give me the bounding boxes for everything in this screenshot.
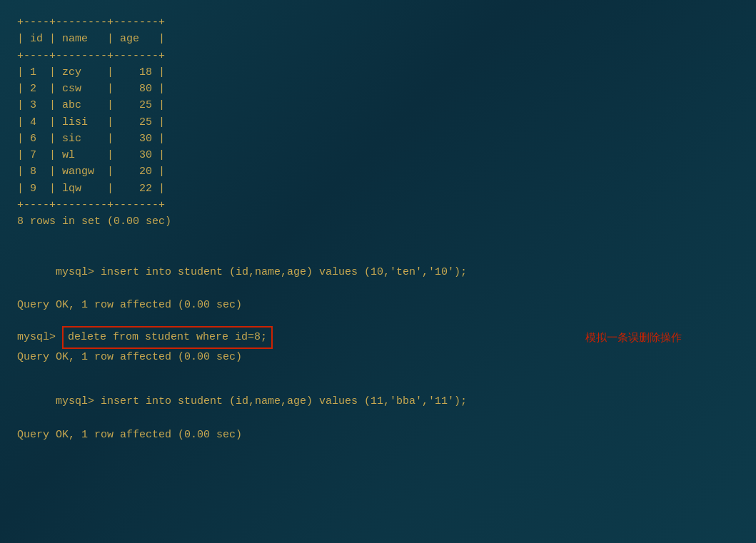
rows-info: 8 rows in set (0.00 sec)	[17, 213, 739, 230]
delete-annotation: 模拟一条误删除操作	[585, 329, 682, 345]
terminal: +----+--------+-------+ | id | name | ag…	[17, 14, 739, 446]
command-text-insert-11: insert into student (id,name,age) values…	[101, 395, 467, 407]
command-block-insert-10: mysql> insert into student (id,name,age)…	[17, 247, 739, 313]
result-insert-11: Query OK, 1 row affected (0.00 sec)	[17, 427, 739, 443]
command-insert-11: mysql> insert into student (id,name,age)…	[17, 377, 739, 427]
table-section: +----+--------+-------+ | id | name | ag…	[17, 14, 739, 241]
table-row-5: | 6 | sic | 30 |	[17, 131, 739, 147]
result-delete-8: Query OK, 1 row affected (0.00 sec)	[17, 349, 739, 365]
prompt-insert-11: mysql>	[56, 395, 101, 407]
result-insert-10: Query OK, 1 row affected (0.00 sec)	[17, 297, 739, 313]
table-row-6: | 7 | wl | 30 |	[17, 147, 739, 163]
table-row-7: | 8 | wangw | 20 |	[17, 163, 739, 180]
prompt-insert-10: mysql>	[56, 266, 101, 278]
command-delete-8: mysql> delete from student where id=8; 模…	[17, 326, 739, 348]
table-header: | id | name | age |	[17, 31, 739, 47]
command-block-insert-11: mysql> insert into student (id,name,age)…	[17, 377, 739, 443]
command-text-insert-10: insert into student (id,name,age) values…	[101, 266, 467, 278]
table-row-2: | 2 | csw | 80 |	[17, 81, 739, 97]
table-row-3: | 3 | abc | 25 |	[17, 97, 739, 113]
prompt-delete-8: mysql>	[17, 329, 62, 345]
command-block-delete-8: mysql> delete from student where id=8; 模…	[17, 326, 739, 365]
table-row-8: | 9 | lqw | 22 |	[17, 181, 739, 197]
table-row-4: | 4 | lisi | 25 |	[17, 114, 739, 131]
delete-command-highlighted: delete from student where id=8;	[62, 326, 273, 348]
table-divider-mid: +----+--------+-------+	[17, 48, 739, 64]
table-divider-top: +----+--------+-------+	[17, 14, 739, 31]
table-row-1: | 1 | zcy | 18 |	[17, 64, 739, 81]
command-insert-10: mysql> insert into student (id,name,age)…	[17, 247, 739, 297]
table-divider-bottom: +----+--------+-------+	[17, 197, 739, 213]
